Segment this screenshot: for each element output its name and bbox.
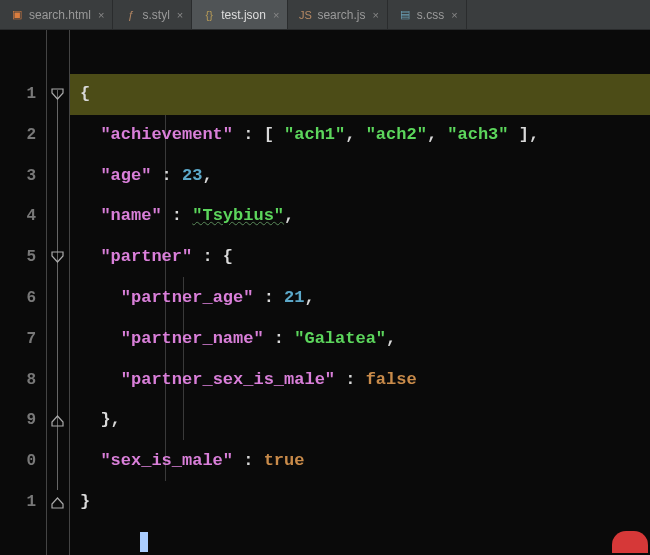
line-number: 5 bbox=[0, 237, 36, 278]
fold-end-icon[interactable] bbox=[51, 496, 64, 509]
code-line[interactable]: "partner_age" : 21, bbox=[70, 278, 650, 319]
tab-search-html[interactable]: ▣ search.html × bbox=[0, 0, 113, 29]
code-line[interactable]: "partner_name" : "Galatea", bbox=[70, 319, 650, 360]
close-icon[interactable]: × bbox=[451, 9, 457, 21]
html-file-icon: ▣ bbox=[10, 8, 24, 21]
close-icon[interactable]: × bbox=[273, 9, 279, 21]
line-number: 9 bbox=[0, 400, 36, 441]
editor-area[interactable]: 1 2 3 4 5 6 7 8 9 0 1 { "achievement" : … bbox=[0, 30, 650, 555]
line-number-gutter: 1 2 3 4 5 6 7 8 9 0 1 bbox=[0, 30, 46, 555]
fold-toggle-icon[interactable] bbox=[51, 251, 64, 264]
code-line[interactable]: } bbox=[70, 482, 650, 523]
code-line[interactable]: { bbox=[70, 74, 650, 115]
tab-test-json[interactable]: {} test.json × bbox=[192, 0, 288, 29]
tab-s-styl[interactable]: ƒ s.styl × bbox=[113, 0, 192, 29]
code-line[interactable]: "name" : "Tsybius", bbox=[70, 196, 650, 237]
css-file-icon: ▤ bbox=[398, 8, 412, 21]
close-icon[interactable]: × bbox=[98, 9, 104, 21]
line-number: 6 bbox=[0, 278, 36, 319]
cursor-caret bbox=[140, 532, 148, 552]
tab-s-css[interactable]: ▤ s.css × bbox=[388, 0, 467, 29]
code-content[interactable]: { "achievement" : [ "ach1", "ach2", "ach… bbox=[70, 30, 650, 555]
line-number: 1 bbox=[0, 482, 36, 523]
tab-label: search.js bbox=[317, 8, 365, 22]
fold-gutter bbox=[46, 30, 70, 555]
tab-label: s.styl bbox=[142, 8, 169, 22]
code-line[interactable]: "age" : 23, bbox=[70, 156, 650, 197]
line-number: 1 bbox=[0, 74, 36, 115]
code-line[interactable]: "achievement" : [ "ach1", "ach2", "ach3"… bbox=[70, 115, 650, 156]
code-line[interactable]: }, bbox=[70, 400, 650, 441]
line-number: 4 bbox=[0, 196, 36, 237]
stylus-file-icon: ƒ bbox=[123, 9, 137, 21]
line-number: 3 bbox=[0, 156, 36, 197]
fold-toggle-icon[interactable] bbox=[51, 88, 64, 101]
js-file-icon: JS bbox=[298, 9, 312, 21]
line-number: 7 bbox=[0, 319, 36, 360]
fold-end-icon[interactable] bbox=[51, 414, 64, 427]
tab-label: s.css bbox=[417, 8, 444, 22]
tab-label: search.html bbox=[29, 8, 91, 22]
line-number: 0 bbox=[0, 441, 36, 482]
line-number: 8 bbox=[0, 360, 36, 401]
tab-search-js[interactable]: JS search.js × bbox=[288, 0, 387, 29]
code-line[interactable]: "sex_is_male" : true bbox=[70, 441, 650, 482]
tab-bar: ▣ search.html × ƒ s.styl × {} test.json … bbox=[0, 0, 650, 30]
tab-label: test.json bbox=[221, 8, 266, 22]
code-line[interactable]: "partner" : { bbox=[70, 237, 650, 278]
corner-badge bbox=[612, 531, 648, 553]
line-number: 2 bbox=[0, 115, 36, 156]
close-icon[interactable]: × bbox=[372, 9, 378, 21]
json-file-icon: {} bbox=[202, 9, 216, 21]
code-line[interactable]: "partner_sex_is_male" : false bbox=[70, 360, 650, 401]
close-icon[interactable]: × bbox=[177, 9, 183, 21]
